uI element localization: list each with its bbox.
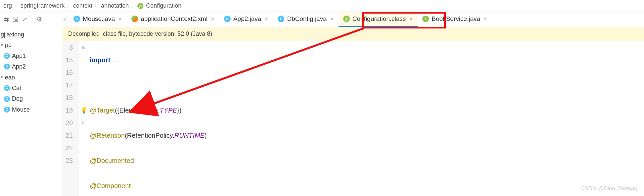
fold-column: ⊞ 💡 ⊟ — [79, 41, 88, 196]
collapse-icon[interactable]: ⇲ — [12, 16, 19, 23]
tab-label: App2.java — [233, 15, 261, 23]
class-icon: C — [4, 107, 10, 113]
class-icon: C — [4, 53, 10, 59]
interface-icon: I — [422, 16, 429, 22]
tree-label: Cat — [12, 83, 21, 93]
class-icon: C — [4, 96, 10, 102]
indent-icon[interactable]: ⇆ — [3, 16, 10, 23]
tab-appcontext2[interactable]: applicationContext2.xml✕ — [127, 12, 219, 27]
chevron-down-icon: ▾ — [1, 73, 3, 81]
chevron-right-icon: 〉 — [131, 3, 135, 9]
line-gutter: 8 15 16 17 18 19 20 21 22 23 — [62, 41, 79, 196]
tree-label: App1 — [12, 51, 26, 61]
tab-label: BookService.java — [432, 15, 480, 23]
code-body[interactable]: import ... @Target({ElementType.TYPE}) @… — [88, 41, 644, 196]
editor-main: ✕ CMouse.java✕ applicationContext2.xml✕ … — [62, 12, 644, 196]
xml-icon — [131, 16, 138, 22]
tree-class-dog[interactable]: CDog — [1, 93, 62, 104]
class-icon: C — [224, 16, 231, 22]
tree-pkg-ean[interactable]: ▾ean — [1, 72, 62, 83]
chevron-right-icon: 〉 — [94, 3, 99, 9]
class-icon: C — [278, 16, 284, 22]
chevron-right-icon: 〉 — [14, 3, 19, 9]
tree-label: Mouse — [12, 104, 30, 115]
tree-class-mouse[interactable]: CMouse — [1, 104, 62, 115]
close-icon[interactable]: ✕ — [264, 16, 268, 22]
close-icon[interactable]: ✕ — [211, 16, 215, 22]
tree-label: Dog — [12, 93, 23, 104]
tab-bookservice[interactable]: IBookService.java✕ — [418, 12, 492, 27]
breadcrumb: org〉 springframework〉 context〉 annotatio… — [0, 0, 644, 12]
class-icon: C — [4, 85, 10, 91]
project-sidebar: ⇆ ⇲ ⤢ ⚙ gjiaxiong ▾pp CApp1 CApp2 ▾ean C… — [0, 12, 62, 196]
project-tree: gjiaxiong ▾pp CApp1 CApp2 ▾ean CCat CDog… — [0, 27, 62, 117]
chevron-right-icon: 〉 — [67, 3, 71, 9]
crumb-springframework[interactable]: springframework — [21, 2, 65, 9]
tree-label: App2 — [12, 61, 26, 72]
class-icon: C — [73, 16, 80, 22]
crumb-configuration[interactable]: Configuration — [146, 2, 181, 9]
tab-label: Mouse.java — [83, 15, 115, 23]
bulb-icon[interactable]: 💡 — [79, 104, 88, 117]
decompiled-banner: Decompiled .class file, bytecode version… — [62, 27, 644, 41]
close-icon[interactable]: ✕ — [63, 17, 67, 22]
tree-root[interactable]: gjiaxiong — [1, 29, 62, 40]
chevron-down-icon: ▾ — [1, 41, 3, 49]
fold-icon[interactable]: ⊞ — [79, 41, 88, 54]
tab-dbconfig[interactable]: CDbConfig.java✕ — [273, 12, 338, 27]
crumb-annotation[interactable]: annotation — [101, 2, 129, 9]
gear-icon[interactable]: ⚙ — [35, 16, 43, 23]
tab-configuration[interactable]: @Configuration.class✕ — [339, 12, 418, 27]
annotation-icon: @ — [343, 16, 350, 22]
sidebar-toolbar: ⇆ ⇲ ⤢ ⚙ — [0, 12, 62, 27]
crumb-org[interactable]: org — [3, 2, 12, 9]
tree-class-app2[interactable]: CApp2 — [1, 61, 62, 72]
class-icon: C — [4, 64, 10, 70]
tree-pkg-pp[interactable]: ▾pp — [1, 40, 62, 50]
close-icon[interactable]: ✕ — [330, 16, 334, 22]
separator — [32, 16, 32, 23]
fold-icon[interactable]: ⊟ — [79, 117, 88, 129]
expand-icon[interactable]: ⤢ — [21, 16, 28, 23]
annotation-icon: @ — [137, 3, 143, 9]
code-editor[interactable]: 8 15 16 17 18 19 20 21 22 23 ⊞ 💡 ⊟ impor… — [62, 41, 644, 196]
close-icon[interactable]: ✕ — [483, 16, 487, 22]
watermark: CSDN @Ding Jiaxiong — [580, 185, 637, 192]
tab-app2[interactable]: CApp2.java✕ — [219, 12, 273, 27]
tree-class-cat[interactable]: CCat — [1, 83, 62, 93]
tab-label: applicationContext2.xml — [141, 15, 207, 23]
close-icon[interactable]: ✕ — [409, 16, 413, 22]
crumb-context[interactable]: context — [73, 2, 92, 9]
editor-tabs: ✕ CMouse.java✕ applicationContext2.xml✕ … — [62, 12, 644, 27]
close-icon[interactable]: ✕ — [118, 16, 122, 22]
tab-mouse[interactable]: CMouse.java✕ — [69, 12, 127, 27]
tab-label: Configuration.class — [352, 15, 406, 23]
tree-class-app1[interactable]: CApp1 — [1, 51, 62, 61]
tab-label: DbConfig.java — [287, 15, 326, 23]
